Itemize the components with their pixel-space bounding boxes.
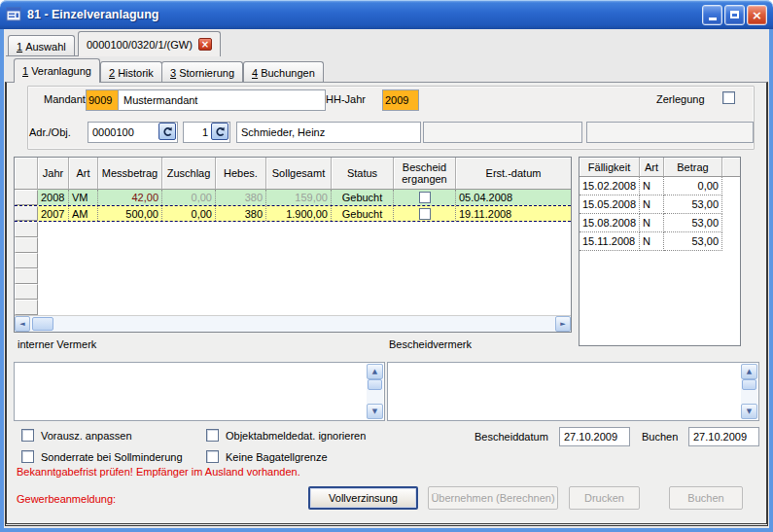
tab-close-icon[interactable]: × — [198, 38, 212, 51]
scroll-up-button[interactable]: ▲ — [741, 364, 757, 379]
mandant-field[interactable]: 9009 Mustermandant — [86, 89, 326, 111]
table-row[interactable]: 2008 VM 42,00 0,00 380 159,00 Gebucht 05… — [15, 190, 571, 205]
scrollbar-thumb[interactable] — [742, 379, 756, 390]
schedule-row[interactable]: 15.08.2008 N 53,00 — [580, 214, 740, 232]
tab-auswahl-label: Auswahl — [25, 41, 66, 53]
uebernehmen-berechnen-button[interactable]: Übernehmen (Berechnen) — [428, 486, 558, 510]
tab-veranlagung-label: Veranlagung — [31, 65, 91, 77]
hhjahr-field[interactable]: 2009 — [382, 89, 419, 111]
tab-historik-label: Historik — [118, 67, 154, 79]
vorausz-anpassen-label: Vorausz. anpassen — [41, 430, 132, 442]
objektabmeldedat-checkbox[interactable] — [206, 429, 219, 442]
interner-vermerk-textarea[interactable]: ▲ ▼ — [14, 362, 385, 421]
scrollbar-track[interactable] — [741, 379, 757, 404]
buchen-datum-label: Buchen — [642, 431, 678, 443]
col-betrag[interactable]: Betrag — [664, 158, 722, 177]
row-selector[interactable] — [15, 190, 38, 205]
bescheid-ergangen-checkbox[interactable] — [419, 192, 431, 203]
scrollbar-track[interactable] — [53, 316, 555, 332]
tab-document[interactable]: 0000100/0320/1/(GW) × — [78, 31, 221, 56]
col-erst-datum[interactable]: Erst.-datum — [456, 158, 571, 190]
tab-historik[interactable]: 2 Historik — [100, 61, 162, 83]
empty-row — [15, 253, 571, 268]
scroll-left-button[interactable]: ◄ — [15, 316, 30, 332]
empty-row — [15, 222, 571, 237]
obj-refresh-button[interactable] — [211, 123, 228, 140]
objektabmeldedat-label: Objektabmeldedat. ignorieren — [226, 430, 366, 442]
schedule-row[interactable]: 15.11.2008 N 53,00 — [580, 232, 740, 251]
col-jahr[interactable]: Jahr — [38, 158, 69, 190]
row-selector[interactable] — [15, 206, 38, 221]
tab-stornierung[interactable]: 3 Stornierung — [161, 61, 243, 83]
adrobj-label: Adr./Obj. — [29, 126, 71, 138]
empty-row — [15, 268, 571, 284]
refresh-icon — [162, 126, 173, 137]
arrow-down-icon: ▼ — [747, 408, 752, 415]
vollverzinsung-button[interactable]: Vollverzinsung — [308, 486, 418, 510]
tab-document-label: 0000100/0320/1/(GW) — [87, 39, 193, 51]
scroll-right-button[interactable]: ► — [555, 316, 571, 332]
interner-vermerk-label: interner Vermerk — [18, 338, 96, 350]
extra-field-1[interactable] — [423, 122, 582, 143]
adr-refresh-button[interactable] — [158, 123, 176, 140]
mandant-label: Mandant — [44, 93, 86, 105]
vertical-scrollbar[interactable]: ▲ ▼ — [367, 364, 383, 419]
bescheidvermerk-textarea[interactable]: ▲ ▼ — [387, 362, 759, 421]
col-status[interactable]: Status — [332, 158, 394, 190]
col-faelligkeit[interactable]: Fälligkeit — [580, 158, 640, 177]
table-row[interactable]: 2007 AM 500,00 0,00 380 1.900,00 Gebucht… — [15, 205, 571, 222]
minimize-icon — [709, 18, 717, 20]
scrollbar-thumb[interactable] — [368, 379, 382, 390]
bescheiddatum-field[interactable]: 27.10.2009 — [559, 427, 630, 446]
col-sollgesamt[interactable]: Sollgesamt — [266, 158, 332, 190]
tab-buchungen[interactable]: 4 Buchungen — [243, 61, 324, 83]
col-bescheid-ergangen[interactable]: Bescheid ergangen — [394, 158, 456, 190]
name-field[interactable]: Schmieder, Heinz — [236, 122, 421, 143]
drucken-button[interactable]: Drucken — [569, 486, 640, 510]
col-art[interactable]: Art — [640, 158, 664, 177]
col-hebes[interactable]: Hebes. — [216, 158, 266, 190]
window-title: 81 - Einzelveranlagung — [27, 8, 700, 21]
window-icon — [6, 7, 22, 22]
empty-row — [15, 237, 571, 253]
client-area: 1 Auswahl 0000100/0320/1/(GW) × 1 Veranl… — [4, 29, 769, 528]
gewerbeanmeldung-text: Gewerbeanmeldung: — [17, 492, 308, 506]
arrow-up-icon: ▲ — [372, 368, 377, 375]
header-gutter — [15, 158, 38, 190]
maximize-button[interactable] — [724, 5, 745, 25]
close-button[interactable]: × — [747, 5, 767, 25]
tab-auswahl[interactable]: 1 Auswahl — [8, 35, 75, 56]
bagatellgrenze-checkbox[interactable] — [206, 450, 219, 463]
col-zuschlag[interactable]: Zuschlag — [162, 158, 216, 190]
tab-veranlagung[interactable]: 1 Veranlagung — [14, 58, 100, 83]
vertical-scrollbar[interactable]: ▲ ▼ — [741, 364, 757, 419]
minimize-button[interactable] — [702, 5, 722, 25]
arrow-up-icon: ▲ — [747, 368, 752, 375]
scroll-down-button[interactable]: ▼ — [367, 404, 383, 419]
empty-row — [15, 300, 571, 315]
schedule-row[interactable]: 15.02.2008 N 0,00 — [580, 177, 740, 195]
zerlegung-checkbox[interactable] — [722, 91, 735, 104]
title-bar: 81 - Einzelveranlagung × — [0, 0, 773, 29]
col-messbetrag[interactable]: Messbetrag — [98, 158, 162, 190]
empty-row — [15, 284, 571, 300]
col-filler — [722, 158, 740, 177]
buchen-datum-field[interactable]: 27.10.2009 — [688, 427, 759, 446]
buchen-button[interactable]: Buchen — [669, 486, 743, 510]
col-art[interactable]: Art — [69, 158, 98, 190]
extra-field-2[interactable] — [586, 122, 754, 143]
sonderrate-checkbox[interactable] — [21, 450, 34, 463]
bescheid-ergangen-checkbox[interactable] — [419, 208, 431, 220]
scroll-up-button[interactable]: ▲ — [367, 364, 383, 379]
window-frame: 1 Auswahl 0000100/0320/1/(GW) × 1 Veranl… — [0, 29, 773, 532]
schedule-table-header: Fälligkeit Art Betrag — [580, 158, 740, 177]
scroll-down-button[interactable]: ▼ — [741, 404, 757, 419]
scrollbar-thumb[interactable] — [32, 317, 53, 331]
arrow-down-icon: ▼ — [372, 408, 377, 415]
warning-text: Bekanntgabefrist prüfen! Empfänger im Au… — [17, 465, 308, 479]
vorausz-anpassen-checkbox[interactable] — [21, 429, 34, 442]
horizontal-scrollbar[interactable]: ◄ ► — [15, 315, 571, 332]
scrollbar-track[interactable] — [367, 379, 383, 404]
bescheidvermerk-label: Bescheidvermerk — [389, 338, 472, 350]
schedule-row[interactable]: 15.05.2008 N 53,00 — [580, 195, 740, 214]
